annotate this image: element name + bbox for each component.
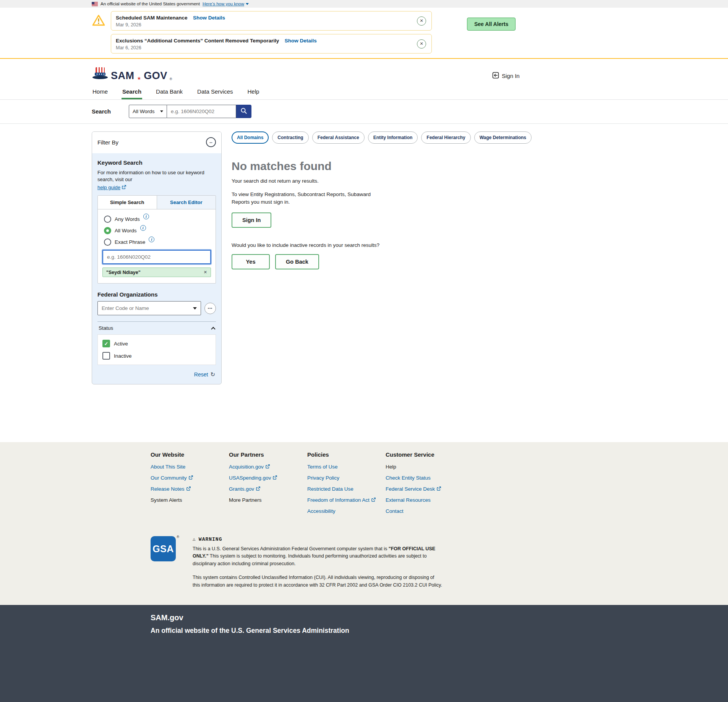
checkbox-active[interactable]: ✓ Active [102, 340, 211, 347]
footer-link-foia[interactable]: Freedom of Information Act [307, 497, 386, 503]
sign-in-label: Sign In [502, 73, 520, 79]
footer-link-external-resources[interactable]: External Resources [386, 497, 464, 503]
footer-link-terms-of-use[interactable]: Terms of Use [307, 464, 386, 470]
footer-link-acquisition-gov[interactable]: Acquisition.gov [229, 464, 307, 470]
info-icon[interactable]: i [149, 237, 154, 242]
search-mode-select[interactable]: All Words [129, 105, 167, 118]
go-back-button[interactable]: Go Back [275, 254, 319, 269]
cui-text: This system contains Controlled Unclassi… [193, 574, 443, 589]
footer-link-usaspending-gov[interactable]: USASpending.gov [229, 475, 307, 481]
footer-col-our-website: Our Website About This Site Our Communit… [151, 451, 229, 519]
external-link-icon [273, 475, 277, 481]
us-flag-icon [92, 2, 98, 6]
alert-maintenance: Scheduled SAM Maintenance Show Details M… [111, 11, 432, 31]
tab-search-editor[interactable]: Search Editor [157, 196, 216, 209]
footer-link-more-partners[interactable]: More Partners [229, 497, 307, 503]
heres-how-you-know-link[interactable]: Here’s how you know [203, 2, 249, 6]
federal-org-select[interactable]: Enter Code or Name [97, 301, 201, 315]
no-matches-text: Your search did not return any results. [232, 178, 533, 184]
gsa-logo: GSA [151, 536, 176, 561]
checkbox-checked-icon: ✓ [102, 340, 110, 347]
footer-link-our-community[interactable]: Our Community [151, 475, 229, 481]
pill-wage-determinations[interactable]: Wage Determinations [474, 131, 532, 144]
results-sign-in-button[interactable]: Sign In [232, 212, 271, 228]
external-link-icon [186, 486, 191, 492]
footer-link-release-notes[interactable]: Release Notes [151, 486, 229, 492]
info-icon[interactable]: i [143, 214, 149, 219]
external-link-icon [122, 184, 126, 191]
footer-link-grants-gov[interactable]: Grants.gov [229, 486, 307, 492]
pill-federal-assistance[interactable]: Federal Assistance [312, 131, 365, 144]
pill-federal-hierarchy[interactable]: Federal Hierarchy [421, 131, 470, 144]
radio-label: Any Words [115, 216, 140, 222]
radio-any-words[interactable]: Any Words i [104, 216, 209, 223]
chip-remove-icon[interactable]: ✕ [204, 270, 207, 275]
federal-organizations-heading: Federal Organizations [97, 291, 216, 298]
external-link-icon [266, 464, 270, 470]
footer-link-contact[interactable]: Contact [386, 508, 464, 514]
footer-heading: Our Website [151, 451, 229, 458]
pill-all-domains[interactable]: All Domains [232, 131, 269, 144]
footer-link-restricted-data-use[interactable]: Restricted Data Use [307, 486, 386, 492]
radio-exact-phrase[interactable]: Exact Phrase i [104, 238, 209, 246]
pill-contracting[interactable]: Contracting [272, 131, 308, 144]
info-icon[interactable]: i [140, 225, 146, 231]
footer-link-help[interactable]: Help [386, 464, 464, 470]
close-icon[interactable]: ✕ [417, 39, 426, 49]
footer-link-accessibility[interactable]: Accessibility [307, 508, 386, 514]
external-link-icon [437, 486, 441, 492]
footer-heading: Customer Service [386, 451, 464, 458]
reset-filters-link[interactable]: Reset [194, 371, 208, 378]
nav-item-help[interactable]: Help [246, 87, 260, 99]
warning-heading-text: WARNING [199, 537, 222, 542]
logo-gov-text: GOV [144, 71, 167, 81]
keyword-search-heading: Keyword Search [97, 159, 216, 166]
collapse-filters-button[interactable]: − [206, 137, 216, 147]
registered-mark: ® [177, 535, 179, 539]
pill-entity-information[interactable]: Entity Information [368, 131, 418, 144]
search-mode-value: All Words [133, 109, 155, 114]
keyword-info-text: For more information on how to use our k… [97, 169, 216, 183]
nav-item-home[interactable]: Home [92, 87, 109, 99]
nav-item-data-services[interactable]: Data Services [196, 87, 233, 99]
nav-item-data-bank[interactable]: Data Bank [155, 87, 183, 99]
org-select-placeholder: Enter Code or Name [102, 305, 149, 311]
see-all-alerts-button[interactable]: See All Alerts [467, 18, 516, 31]
domain-filter-pills: All Domains Contracting Federal Assistan… [232, 131, 533, 144]
alert-date: Mar 6, 2026 [116, 45, 410, 50]
show-details-link[interactable]: Show Details [193, 15, 225, 21]
checkbox-inactive[interactable]: Inactive [102, 352, 211, 360]
org-more-options-icon[interactable]: ••• [204, 303, 216, 314]
radio-all-words[interactable]: All Words i [104, 227, 209, 234]
samgov-logo[interactable]: SAM★GOV® [92, 66, 172, 81]
status-options: ✓ Active Inactive [97, 334, 216, 365]
nav-item-search[interactable]: Search [122, 87, 142, 99]
sign-in-link[interactable]: Sign In [492, 72, 520, 80]
footer-link-system-alerts[interactable]: System Alerts [151, 497, 229, 503]
site-header: SAM★GOV® Sign In [0, 59, 728, 87]
checkbox-icon [102, 352, 110, 360]
alert-row: Exclusions “Additional Comments” Content… [92, 34, 432, 54]
footer-col-customer-service: Customer Service Help Check Entity Statu… [386, 451, 464, 519]
footer-link-federal-service-desk[interactable]: Federal Service Desk [386, 486, 464, 492]
magnifier-icon [240, 107, 247, 115]
uncle-sam-hat-icon [92, 66, 109, 81]
keyword-chip-label: "Seydi Ndiaye" [106, 270, 141, 275]
footer-link-privacy-policy[interactable]: Privacy Policy [307, 475, 386, 481]
footer-col-our-partners: Our Partners Acquisition.gov USASpending… [229, 451, 307, 519]
close-icon[interactable]: ✕ [417, 16, 426, 26]
footer-link-check-entity-status[interactable]: Check Entity Status [386, 475, 464, 481]
alert-exclusions: Exclusions “Additional Comments” Content… [111, 34, 432, 54]
footer-link-about-this-site[interactable]: About This Site [151, 464, 229, 470]
registered-mark: ® [170, 77, 172, 81]
keyword-input[interactable] [102, 250, 211, 264]
search-button[interactable] [236, 105, 251, 118]
reset-icon: ↻ [210, 371, 215, 378]
dark-subfooter: SAM.gov An official website of the U.S. … [0, 605, 728, 702]
status-accordion-header[interactable]: Status [97, 321, 216, 334]
show-details-link[interactable]: Show Details [285, 38, 317, 44]
top-search-input[interactable] [167, 105, 236, 118]
help-guide-link[interactable]: help guide [97, 185, 120, 190]
yes-button[interactable]: Yes [232, 254, 270, 269]
tab-simple-search[interactable]: Simple Search [98, 196, 157, 209]
